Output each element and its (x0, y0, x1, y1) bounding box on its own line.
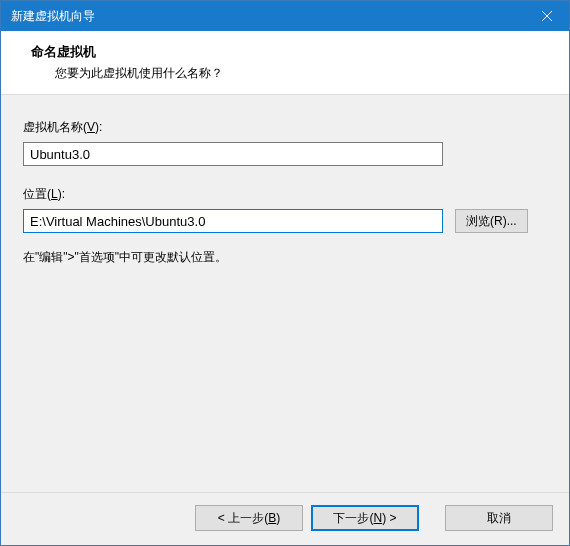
wizard-content: 虚拟机名称(V): 位置(L): 浏览(R)... 在"编辑">"首选项"中可更… (1, 95, 569, 492)
location-label: 位置(L): (23, 186, 547, 203)
location-label-suffix: ): (58, 187, 65, 201)
location-row: 浏览(R)... (23, 209, 547, 233)
vm-name-label-suffix: ): (95, 120, 102, 134)
wizard-footer: < 上一步(B) 下一步(N) > 取消 (1, 492, 569, 545)
vm-name-label-prefix: 虚拟机名称( (23, 120, 87, 134)
back-prefix: < 上一步( (218, 511, 268, 525)
vm-name-input[interactable] (23, 142, 443, 166)
page-title: 命名虚拟机 (31, 43, 559, 61)
back-key: B (268, 511, 276, 525)
browse-button[interactable]: 浏览(R)... (455, 209, 528, 233)
location-input[interactable] (23, 209, 443, 233)
location-label-key: L (51, 187, 58, 201)
window-title: 新建虚拟机向导 (11, 8, 95, 25)
wizard-header: 命名虚拟机 您要为此虚拟机使用什么名称？ (1, 31, 569, 95)
back-button[interactable]: < 上一步(B) (195, 505, 303, 531)
location-label-prefix: 位置( (23, 187, 51, 201)
vm-name-label-key: V (87, 120, 95, 134)
close-button[interactable] (524, 1, 569, 31)
browse-key: R (494, 214, 503, 228)
next-key: N (373, 511, 382, 525)
wizard-window: 新建虚拟机向导 命名虚拟机 您要为此虚拟机使用什么名称？ 虚拟机名称(V): 位… (0, 0, 570, 546)
browse-prefix: 浏览( (466, 214, 494, 228)
cancel-button[interactable]: 取消 (445, 505, 553, 531)
location-hint: 在"编辑">"首选项"中可更改默认位置。 (23, 249, 547, 266)
next-button[interactable]: 下一步(N) > (311, 505, 419, 531)
titlebar: 新建虚拟机向导 (1, 1, 569, 31)
back-suffix: ) (276, 511, 280, 525)
next-prefix: 下一步( (333, 511, 373, 525)
page-subtitle: 您要为此虚拟机使用什么名称？ (31, 65, 559, 82)
vm-name-label: 虚拟机名称(V): (23, 119, 547, 136)
browse-suffix: )... (503, 214, 517, 228)
next-suffix: ) > (382, 511, 396, 525)
close-icon (542, 11, 552, 21)
